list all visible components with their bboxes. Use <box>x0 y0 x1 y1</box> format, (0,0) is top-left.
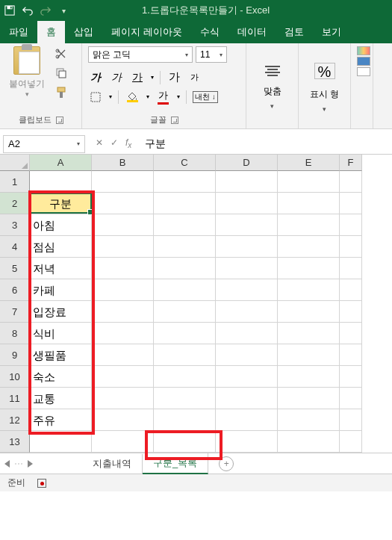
cell-D10[interactable] <box>216 366 278 388</box>
cell-B8[interactable] <box>92 323 154 344</box>
qat-customize-icon[interactable]: ▾ <box>58 5 69 16</box>
cell-D4[interactable] <box>216 236 278 258</box>
cell-B13[interactable] <box>92 431 154 453</box>
cell-B1[interactable] <box>92 171 154 193</box>
cell-C13[interactable] <box>154 431 216 453</box>
cell-C12[interactable] <box>154 409 216 431</box>
cell-E11[interactable] <box>278 388 340 409</box>
cell-E12[interactable] <box>278 409 340 431</box>
tab-view[interactable]: 보기 <box>313 21 350 43</box>
cell-B11[interactable] <box>92 388 154 409</box>
clipboard-launcher[interactable] <box>56 117 63 124</box>
enter-icon[interactable]: ✓ <box>111 137 118 149</box>
col-header-D[interactable]: D <box>216 155 278 171</box>
font-size-combo[interactable]: 11▾ <box>196 46 227 63</box>
cell-B7[interactable] <box>92 301 154 323</box>
row-header[interactable]: 1 <box>0 171 30 193</box>
cell-E7[interactable] <box>278 301 340 323</box>
fx-icon[interactable]: fx <box>125 137 131 149</box>
worksheet-grid[interactable]: A B C D E F 12구분3아침4점심5저녁6카페7입장료8식비9생필품1… <box>0 155 392 453</box>
save-icon[interactable] <box>4 5 15 16</box>
fill-color-button[interactable] <box>125 91 140 103</box>
sheet-scroll-left[interactable] <box>4 460 10 468</box>
name-box[interactable]: A2▾ <box>3 135 85 153</box>
row-header[interactable]: 4 <box>0 236 30 258</box>
decrease-font-icon[interactable]: 가 <box>188 71 201 84</box>
cut-icon[interactable] <box>55 48 67 60</box>
row-header[interactable]: 13 <box>0 431 30 453</box>
select-all-corner[interactable] <box>0 155 30 171</box>
col-header-E[interactable]: E <box>278 155 340 171</box>
cell-C11[interactable] <box>154 388 216 409</box>
col-header-A[interactable]: A <box>30 155 92 171</box>
cell-A7[interactable]: 입장료 <box>30 301 92 323</box>
row-header[interactable]: 6 <box>0 279 30 301</box>
cell-D9[interactable] <box>216 344 278 366</box>
tab-insert[interactable]: 삽입 <box>65 21 102 43</box>
cell-C6[interactable] <box>154 279 216 301</box>
cell-D6[interactable] <box>216 279 278 301</box>
cell-A6[interactable]: 카페 <box>30 279 92 301</box>
cell-C5[interactable] <box>154 258 216 279</box>
cell-B6[interactable] <box>92 279 154 301</box>
cell-style-icon[interactable] <box>357 67 370 76</box>
cell-F3[interactable] <box>340 214 362 236</box>
cell-E2[interactable] <box>278 193 340 214</box>
col-header-F[interactable]: F <box>340 155 362 171</box>
cell-A1[interactable] <box>30 171 92 193</box>
tab-page-layout[interactable]: 페이지 레이아웃 <box>102 21 191 43</box>
cell-B5[interactable] <box>92 258 154 279</box>
cell-F8[interactable] <box>340 323 362 344</box>
cancel-icon[interactable]: ✕ <box>96 137 103 149</box>
cell-B12[interactable] <box>92 409 154 431</box>
italic-button[interactable]: 가 <box>109 70 124 85</box>
cell-C8[interactable] <box>154 323 216 344</box>
cond-format-icon[interactable] <box>357 46 370 55</box>
cell-B4[interactable] <box>92 236 154 258</box>
tab-review[interactable]: 검토 <box>276 21 313 43</box>
tab-file[interactable]: 파일 <box>0 21 37 43</box>
sheet-scroll-right[interactable] <box>28 460 33 468</box>
tab-data[interactable]: 데이터 <box>228 21 276 43</box>
row-header[interactable]: 11 <box>0 388 30 409</box>
cell-D5[interactable] <box>216 258 278 279</box>
cell-D7[interactable] <box>216 301 278 323</box>
col-header-C[interactable]: C <box>154 155 216 171</box>
cell-F1[interactable] <box>340 171 362 193</box>
cell-B10[interactable] <box>92 366 154 388</box>
copy-icon[interactable] <box>55 67 67 79</box>
cell-F7[interactable] <box>340 301 362 323</box>
cell-F2[interactable] <box>340 193 362 214</box>
cell-C4[interactable] <box>154 236 216 258</box>
macro-record-icon[interactable] <box>37 479 46 488</box>
table-style-icon[interactable] <box>357 57 370 66</box>
borders-button[interactable] <box>88 91 103 103</box>
cell-C9[interactable] <box>154 344 216 366</box>
font-launcher[interactable] <box>171 117 178 124</box>
cell-A3[interactable]: 아침 <box>30 214 92 236</box>
formula-input[interactable]: 구분 <box>139 137 392 151</box>
row-header[interactable]: 12 <box>0 409 30 431</box>
font-combo[interactable]: 맑은 고딕▾ <box>88 46 193 63</box>
cell-E13[interactable] <box>278 431 340 453</box>
sheet-tab-0[interactable]: 지출내역 <box>82 454 143 474</box>
row-header[interactable]: 7 <box>0 301 30 323</box>
cell-A2[interactable]: 구분 <box>30 193 92 214</box>
cell-F10[interactable] <box>340 366 362 388</box>
row-header[interactable]: 8 <box>0 323 30 344</box>
cell-A11[interactable]: 교통 <box>30 388 92 409</box>
increase-font-icon[interactable]: 가 <box>167 69 182 85</box>
tab-formulas[interactable]: 수식 <box>191 21 228 43</box>
cell-F5[interactable] <box>340 258 362 279</box>
cell-C3[interactable] <box>154 214 216 236</box>
row-header[interactable]: 5 <box>0 258 30 279</box>
cell-D3[interactable] <box>216 214 278 236</box>
cell-C7[interactable] <box>154 301 216 323</box>
align-center-icon[interactable] <box>264 66 281 76</box>
phonetic-button[interactable]: 내천 ↓ <box>193 91 218 103</box>
cell-A10[interactable]: 숙소 <box>30 366 92 388</box>
cell-E8[interactable] <box>278 323 340 344</box>
cell-A9[interactable]: 생필품 <box>30 344 92 366</box>
cell-E4[interactable] <box>278 236 340 258</box>
cell-E3[interactable] <box>278 214 340 236</box>
